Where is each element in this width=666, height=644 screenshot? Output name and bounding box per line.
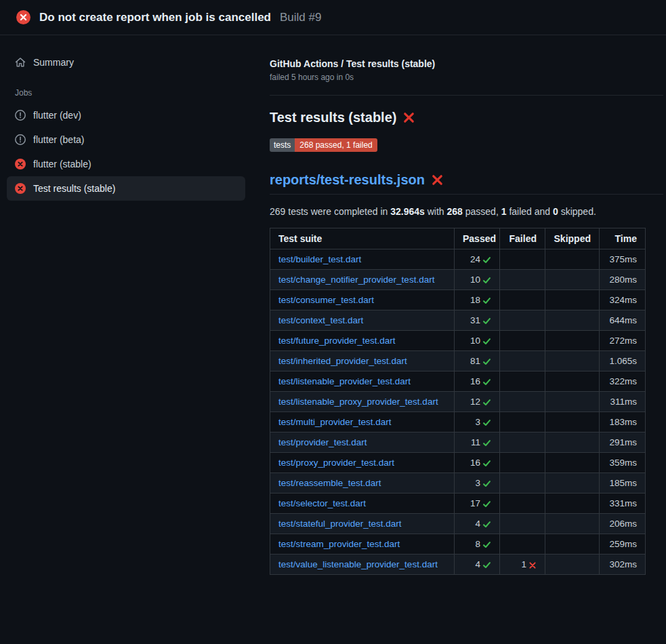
- sidebar-item-label: flutter (beta): [33, 134, 84, 145]
- suite-cell: test/consumer_test.dart: [270, 290, 455, 310]
- suite-cell: test/listenable_proxy_provider_test.dart: [270, 392, 455, 412]
- passed-cell: 31: [455, 310, 500, 331]
- suite-cell: test/inherited_provider_test.dart: [270, 351, 455, 371]
- suite-link[interactable]: test/selector_test.dart: [278, 498, 366, 508]
- suite-cell: test/reassemble_test.dart: [270, 473, 455, 494]
- skipped-cell: [545, 371, 600, 392]
- skipped-cell: [545, 270, 600, 290]
- sidebar-item-flutter-beta[interactable]: flutter (beta): [7, 127, 245, 152]
- sidebar-item-flutter-stable[interactable]: flutter (stable): [7, 152, 245, 176]
- time-cell: 259ms: [600, 534, 646, 555]
- column-header-skipped: Skipped: [545, 228, 600, 249]
- table-row: test/value_listenable_provider_test.dart…: [270, 555, 646, 575]
- failed-cell: [500, 310, 545, 331]
- failed-cell: [500, 453, 545, 473]
- suite-link[interactable]: test/listenable_provider_test.dart: [278, 376, 411, 386]
- suite-link[interactable]: test/reassemble_test.dart: [278, 478, 381, 488]
- suite-link[interactable]: test/stateful_provider_test.dart: [278, 519, 402, 529]
- section-title: Test results (stable): [270, 110, 663, 125]
- suite-link[interactable]: test/stream_provider_test.dart: [278, 539, 400, 549]
- check-icon: [482, 540, 491, 549]
- time-cell: 272ms: [600, 331, 646, 351]
- passed-cell: 4: [455, 514, 500, 534]
- page-title: Do not create report when job is cancell…: [39, 11, 271, 24]
- suite-link[interactable]: test/builder_test.dart: [278, 254, 361, 264]
- summary-line: 269 tests were completed in 32.964s with…: [270, 206, 663, 217]
- failed-cell: [500, 473, 545, 494]
- tests-badge: tests 268 passed, 1 failed: [270, 138, 377, 152]
- passed-cell: 16: [455, 371, 500, 392]
- time-cell: 359ms: [600, 453, 646, 473]
- check-icon: [482, 256, 491, 264]
- x-icon: [528, 561, 537, 569]
- failed-cell: [500, 371, 545, 392]
- sidebar-item-summary[interactable]: Summary: [7, 50, 245, 75]
- suite-link[interactable]: test/proxy_provider_test.dart: [278, 458, 394, 468]
- passed-cell: 3: [455, 473, 500, 494]
- time-cell: 183ms: [600, 412, 646, 432]
- table-row: test/multi_provider_test.dart3183ms: [270, 412, 646, 432]
- skipped-cell: [545, 290, 600, 310]
- x-circle-icon: [16, 10, 30, 24]
- suite-cell: test/context_test.dart: [270, 310, 455, 331]
- suite-link[interactable]: test/listenable_proxy_provider_test.dart: [278, 397, 438, 407]
- table-row: test/consumer_test.dart18324ms: [270, 290, 646, 310]
- check-icon: [482, 276, 491, 285]
- sidebar-item-test-results-stable[interactable]: Test results (stable): [7, 176, 245, 201]
- failed-cell: [500, 249, 545, 270]
- failed-cell: [500, 351, 545, 371]
- failed-cell: [500, 290, 545, 310]
- table-row: test/future_provider_test.dart10272ms: [270, 331, 646, 351]
- suite-cell: test/listenable_provider_test.dart: [270, 371, 455, 392]
- check-icon: [482, 500, 491, 508]
- skipped-cell: [545, 392, 600, 412]
- column-header-failed: Failed: [500, 228, 545, 249]
- suite-link[interactable]: test/value_listenable_provider_test.dart: [278, 559, 438, 569]
- suite-cell: test/provider_test.dart: [270, 432, 455, 453]
- run-header: Do not create report when job is cancell…: [0, 0, 666, 35]
- table-row: test/listenable_proxy_provider_test.dart…: [270, 392, 646, 412]
- passed-cell: 16: [455, 453, 500, 473]
- sidebar-item-flutter-dev[interactable]: flutter (dev): [7, 103, 245, 127]
- sidebar-jobs: flutter (dev)flutter (beta)flutter (stab…: [0, 103, 252, 201]
- failed-cell: [500, 432, 545, 453]
- suite-cell: test/multi_provider_test.dart: [270, 412, 455, 432]
- x-circle-icon: [15, 159, 26, 169]
- suite-link[interactable]: test/consumer_test.dart: [278, 295, 374, 305]
- table-row: test/reassemble_test.dart3185ms: [270, 473, 646, 494]
- table-row: test/context_test.dart31644ms: [270, 310, 646, 331]
- divider: [270, 95, 663, 96]
- passed-cell: 17: [455, 494, 500, 514]
- x-circle-icon: [15, 183, 26, 194]
- passed-cell: 10: [455, 270, 500, 290]
- suite-link[interactable]: test/future_provider_test.dart: [278, 336, 396, 346]
- suite-link[interactable]: test/inherited_provider_test.dart: [278, 356, 407, 366]
- suite-link[interactable]: test/context_test.dart: [278, 315, 363, 325]
- passed-cell: 3: [455, 412, 500, 432]
- time-cell: 644ms: [600, 310, 646, 331]
- skipped-cell: [545, 351, 600, 371]
- check-icon: [482, 317, 491, 325]
- table-row: test/inherited_provider_test.dart811.065…: [270, 351, 646, 371]
- time-cell: 322ms: [600, 371, 646, 392]
- time-cell: 324ms: [600, 290, 646, 310]
- suite-cell: test/value_listenable_provider_test.dart: [270, 555, 455, 575]
- build-number: Build #9: [280, 11, 321, 24]
- run-status-line: failed 5 hours ago in 0s: [270, 73, 663, 82]
- check-icon: [482, 561, 491, 569]
- check-icon: [482, 479, 491, 488]
- skipped-cell: [545, 514, 600, 534]
- results-table: Test suite Passed Failed Skipped Time te…: [270, 228, 646, 575]
- jobs-section-heading: Jobs: [0, 75, 252, 103]
- time-cell: 302ms: [600, 555, 646, 575]
- report-link[interactable]: reports/test-results.json: [270, 172, 425, 188]
- suite-link[interactable]: test/change_notifier_provider_test.dart: [278, 275, 434, 285]
- time-cell: 185ms: [600, 473, 646, 494]
- suite-link[interactable]: test/multi_provider_test.dart: [278, 417, 392, 427]
- passed-cell: 24: [455, 249, 500, 270]
- skipped-cell: [545, 473, 600, 494]
- skipped-cell: [545, 331, 600, 351]
- sidebar-item-label: Test results (stable): [33, 183, 115, 194]
- suite-cell: test/future_provider_test.dart: [270, 331, 455, 351]
- suite-link[interactable]: test/provider_test.dart: [278, 437, 367, 447]
